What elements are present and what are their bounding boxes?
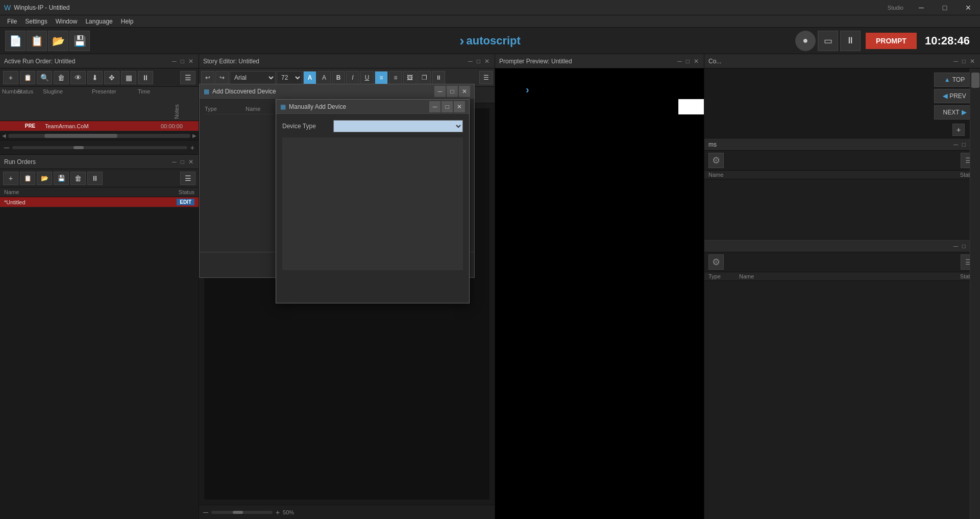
open-stories-btn[interactable]: 📋: [27, 31, 47, 51]
font-size-select[interactable]: 72: [277, 71, 302, 84]
scroll-right-arrow[interactable]: ▶: [192, 133, 197, 138]
menu-window[interactable]: Window: [52, 17, 82, 26]
ro-tb-menu[interactable]: ☰: [180, 172, 195, 185]
autoscript-name: autoscript: [466, 34, 520, 48]
horizontal-scroll[interactable]: ◀ ▶: [0, 131, 199, 140]
ro-pause-btn[interactable]: ⏸: [138, 71, 153, 84]
ro-tb-new[interactable]: +: [3, 172, 18, 185]
ro-tb-pause[interactable]: ⏸: [87, 172, 103, 185]
se-redo-btn[interactable]: ↪: [215, 71, 229, 84]
story-zoom-track[interactable]: [211, 511, 273, 514]
menu-language[interactable]: Language: [81, 17, 116, 26]
se-underline-btn[interactable]: U: [360, 71, 374, 84]
font-select[interactable]: Arial: [230, 71, 276, 84]
story-zoom-pct: 50%: [283, 509, 294, 515]
ro-download-btn[interactable]: ⬇: [87, 71, 103, 84]
ro-menu-btn[interactable]: ☰: [180, 71, 195, 84]
ro-move-btn[interactable]: ✥: [104, 71, 119, 84]
aro-pin-btn[interactable]: ─: [171, 58, 178, 65]
table-row[interactable]: PRE TeamArman.CoM 00:00:00: [0, 121, 199, 131]
ro-tb-delete[interactable]: 🗑: [70, 172, 86, 185]
mad-close-btn[interactable]: ✕: [454, 101, 465, 112]
open-btn[interactable]: 📂: [48, 31, 68, 51]
se-copy-btn[interactable]: ❐: [418, 71, 431, 84]
aro-close-btn[interactable]: ✕: [187, 58, 194, 65]
prev-btn[interactable]: ◀ PREV: [934, 89, 975, 103]
ro-tb-save[interactable]: 💾: [54, 172, 69, 185]
add-disc-max-btn[interactable]: □: [447, 86, 458, 97]
pp-pin-btn[interactable]: ─: [676, 58, 683, 65]
plus-btn[interactable]: +: [952, 124, 965, 136]
ro-stories-btn[interactable]: 📋: [20, 71, 35, 84]
ro-new-btn[interactable]: +: [3, 71, 18, 84]
pp-close-btn[interactable]: ✕: [693, 58, 700, 65]
zoom-out-btn[interactable]: ─: [4, 144, 9, 152]
zoom-track[interactable]: [12, 146, 187, 149]
pause-btn[interactable]: ⏸: [840, 31, 861, 51]
add-disc-close-btn[interactable]: ✕: [459, 86, 470, 97]
se-pause-btn[interactable]: ⏸: [432, 71, 445, 84]
se-undo-btn[interactable]: ↩: [201, 71, 214, 84]
se-font-color-btn[interactable]: A: [317, 71, 331, 84]
se-close-btn[interactable]: ✕: [483, 58, 491, 65]
manually-add-dialog[interactable]: ▦ Manually Add Device ─ □ ✕ Device Type: [276, 99, 470, 303]
screen-btn[interactable]: ▭: [818, 31, 838, 51]
ro-search-btn[interactable]: 🔍: [37, 71, 52, 84]
co-close-btn[interactable]: ✕: [969, 58, 976, 65]
menu-help[interactable]: Help: [117, 17, 138, 26]
new-btn[interactable]: 📄: [5, 31, 26, 51]
ro-max-btn[interactable]: □: [180, 158, 185, 166]
zoom-in-btn[interactable]: +: [190, 144, 194, 152]
ro-panel-controls: ─ □ ✕: [171, 158, 194, 166]
ip2-max-btn[interactable]: □: [961, 243, 967, 250]
mad-min-btn[interactable]: ─: [429, 101, 440, 112]
ip2-pin-btn[interactable]: ─: [952, 243, 959, 250]
close-btn[interactable]: ✕: [957, 0, 980, 15]
se-align-right-btn[interactable]: ≡: [375, 71, 388, 84]
ro-pin-btn[interactable]: ─: [171, 158, 178, 166]
scroll-thumb[interactable]: [44, 134, 117, 138]
scroll-left-arrow[interactable]: ◀: [2, 133, 6, 138]
device-type-select[interactable]: [333, 120, 463, 132]
gear-icon-1: ⚙: [708, 153, 724, 168]
se-max-btn[interactable]: □: [476, 58, 481, 65]
run-orders-panel: Run Orders ─ □ ✕ + 📋 📂 💾 🗑 ⏸ ☰ Na: [0, 155, 199, 519]
prompt-button[interactable]: PROMPT: [866, 33, 917, 49]
aro-min-btn[interactable]: □: [180, 58, 185, 65]
ro-close-btn[interactable]: ✕: [187, 158, 194, 166]
vslider-thumb[interactable]: [971, 73, 979, 88]
se-bold-btn[interactable]: B: [332, 71, 345, 84]
vertical-slider[interactable]: [970, 68, 980, 519]
menu-settings[interactable]: Settings: [21, 17, 51, 26]
minimize-btn[interactable]: ─: [910, 0, 933, 15]
se-pin-btn[interactable]: ─: [467, 58, 474, 65]
menu-file[interactable]: File: [3, 17, 21, 26]
save-btn[interactable]: 💾: [69, 31, 90, 51]
ro-tb-stories[interactable]: 📋: [20, 172, 35, 185]
story-zoom-thumb[interactable]: [233, 511, 243, 514]
ro-tb-open[interactable]: 📂: [37, 172, 52, 185]
se-align-btn2[interactable]: ≡: [389, 71, 402, 84]
ro-eye-btn[interactable]: 👁: [70, 71, 86, 84]
maximize-btn[interactable]: □: [933, 0, 957, 15]
se-italic-btn[interactable]: I: [346, 71, 359, 84]
se-menu-btn[interactable]: ☰: [479, 71, 493, 84]
se-font-a-btn[interactable]: A: [303, 71, 316, 84]
pp-max-btn[interactable]: □: [685, 58, 691, 65]
story-zoom-in[interactable]: +: [276, 508, 280, 516]
story-zoom-out[interactable]: ─: [203, 508, 208, 516]
se-image-btn[interactable]: 🖼: [403, 71, 416, 84]
circle-icon-btn[interactable]: ●: [795, 31, 816, 51]
co-max-btn[interactable]: □: [961, 58, 967, 65]
add-disc-min-btn[interactable]: ─: [434, 86, 446, 97]
co-pin-btn[interactable]: ─: [952, 58, 959, 65]
ip1-pin-btn[interactable]: ─: [952, 141, 959, 148]
ro-delete-btn[interactable]: 🗑: [54, 71, 69, 84]
run-order-list-item[interactable]: *Untitled EDIT: [0, 197, 199, 207]
ro-grid-btn[interactable]: ▦: [121, 71, 136, 84]
next-btn[interactable]: NEXT ▶: [934, 105, 975, 120]
ip1-max-btn[interactable]: □: [961, 141, 967, 148]
top-btn[interactable]: ▲ TOP: [934, 73, 975, 87]
zoom-thumb[interactable]: [74, 146, 84, 149]
mad-max-btn[interactable]: □: [442, 101, 453, 112]
